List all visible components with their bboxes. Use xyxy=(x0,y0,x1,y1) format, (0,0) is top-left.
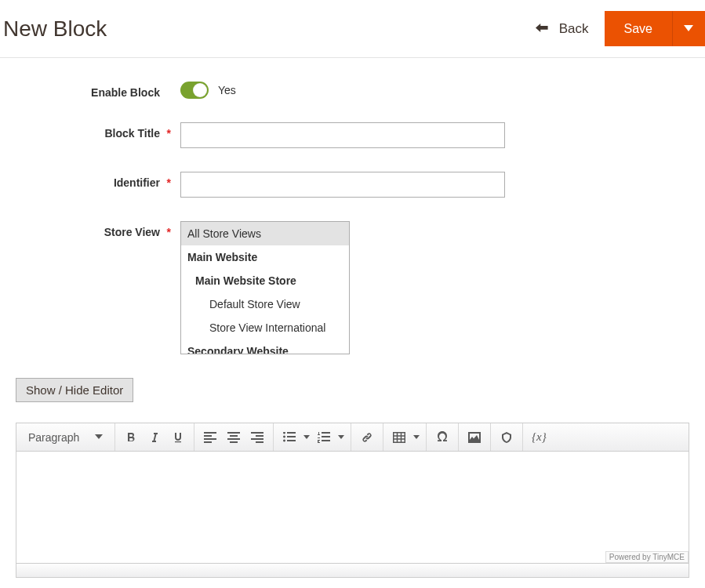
header-actions: Back Save xyxy=(536,11,705,46)
bullet-list-icon xyxy=(283,432,296,443)
back-label: Back xyxy=(559,21,589,37)
special-char-button[interactable] xyxy=(431,426,453,448)
align-center-button[interactable] xyxy=(223,426,245,448)
editor-toolbar: Paragraph xyxy=(16,423,689,452)
link-button[interactable] xyxy=(356,426,378,448)
save-button[interactable]: Save xyxy=(605,11,672,46)
align-left-button[interactable] xyxy=(199,426,221,448)
save-options-toggle[interactable] xyxy=(672,11,705,46)
store-view-option[interactable]: Secondary Website xyxy=(181,339,349,354)
store-view-option[interactable]: Main Website Store xyxy=(181,269,349,292)
widget-button[interactable] xyxy=(496,426,518,448)
numbered-list-icon xyxy=(318,432,330,443)
underline-button[interactable] xyxy=(167,426,189,448)
italic-button[interactable] xyxy=(144,426,165,448)
form: Enable Block Yes Block Title Identifier … xyxy=(0,58,705,354)
editor: Paragraph xyxy=(16,423,689,578)
block-title-input[interactable] xyxy=(180,122,505,148)
caret-down-icon xyxy=(413,435,420,440)
bullet-list-options[interactable] xyxy=(302,426,311,448)
image-button[interactable] xyxy=(463,426,485,448)
bullet-list-button[interactable] xyxy=(278,426,300,448)
underline-icon xyxy=(173,432,184,443)
identifier-label: Identifier xyxy=(16,172,180,189)
format-select[interactable]: Paragraph xyxy=(21,429,110,446)
bold-button[interactable] xyxy=(120,426,142,448)
italic-icon xyxy=(149,432,160,443)
row-store-view: Store View All Store ViewsMain WebsiteMa… xyxy=(0,221,705,354)
store-view-select[interactable]: All Store ViewsMain WebsiteMain Website … xyxy=(180,221,350,354)
editor-statusbar xyxy=(16,563,689,577)
page-title: New Block xyxy=(3,16,107,42)
editor-content[interactable]: Powered by TinyMCE xyxy=(16,452,689,563)
row-identifier: Identifier xyxy=(0,172,705,198)
omega-icon xyxy=(436,431,449,443)
save-label: Save xyxy=(624,22,652,36)
table-button[interactable] xyxy=(388,426,410,448)
enable-block-value: Yes xyxy=(218,84,236,96)
caret-down-icon xyxy=(95,434,103,441)
arrow-left-icon xyxy=(536,24,551,34)
variable-icon: {x} xyxy=(532,430,547,444)
store-view-option[interactable]: Main Website xyxy=(181,245,349,269)
bold-icon xyxy=(125,432,136,443)
toggle-editor-label: Show / Hide Editor xyxy=(26,383,123,397)
row-block-title: Block Title xyxy=(0,122,705,148)
variable-button[interactable]: {x} xyxy=(528,426,550,448)
caret-down-icon xyxy=(684,25,693,33)
numbered-list-options[interactable] xyxy=(336,426,346,448)
format-select-label: Paragraph xyxy=(28,431,79,444)
page-header: New Block Back Save xyxy=(0,0,705,58)
back-button[interactable]: Back xyxy=(536,21,589,37)
powered-by-label: Powered by TinyMCE xyxy=(605,551,689,563)
numbered-list-button[interactable] xyxy=(313,426,335,448)
store-view-label: Store View xyxy=(16,221,180,238)
row-enable-block: Enable Block Yes xyxy=(0,82,705,99)
caret-down-icon xyxy=(338,435,344,440)
enable-block-label: Enable Block xyxy=(16,82,180,99)
table-options[interactable] xyxy=(412,426,421,448)
align-right-button[interactable] xyxy=(246,426,268,448)
identifier-input[interactable] xyxy=(180,172,505,198)
link-icon xyxy=(361,431,373,444)
toggle-editor-button[interactable]: Show / Hide Editor xyxy=(16,378,133,402)
store-view-option[interactable]: Store View International xyxy=(181,316,349,339)
align-right-icon xyxy=(251,432,263,443)
image-icon xyxy=(468,432,481,443)
align-left-icon xyxy=(204,432,216,443)
enable-block-toggle[interactable] xyxy=(180,82,209,99)
store-view-option[interactable]: All Store Views xyxy=(181,222,349,245)
align-center-icon xyxy=(227,432,240,443)
block-title-label: Block Title xyxy=(16,122,180,140)
table-icon xyxy=(393,432,405,443)
caret-down-icon xyxy=(303,435,310,440)
store-view-option[interactable]: Default Store View xyxy=(181,292,349,316)
widget-icon xyxy=(500,431,513,444)
